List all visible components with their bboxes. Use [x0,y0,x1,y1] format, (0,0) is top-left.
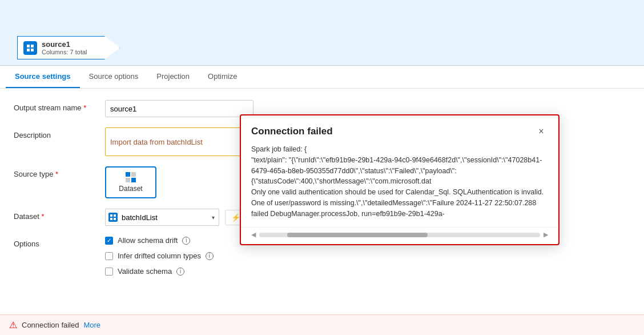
scroll-right-arrow[interactable]: ▶ [544,231,548,238]
modal-body[interactable]: Spark job failed: { "text/plain": "{\"ru… [241,144,558,227]
tab-source-options[interactable]: Source options [80,66,148,88]
source-columns: Columns: 7 total [42,49,87,55]
source-node[interactable]: source1 Columns: 7 total [17,36,120,59]
modal-header: Connection failed × [241,115,558,144]
modal-body-text: Spark job failed: { "text/plain": "{\"ru… [251,144,548,219]
svg-rect-2 [27,49,30,51]
main-content: Output stream name * Description Source … [0,89,644,335]
svg-rect-3 [31,49,34,51]
modal-overlay: Connection failed × Spark job failed: { … [0,89,644,335]
connection-failed-modal: Connection failed × Spark job failed: { … [240,114,560,245]
source-icon [23,41,37,55]
svg-rect-0 [27,45,30,47]
modal-horizontal-scrollbar[interactable]: ◀ ▶ [241,227,558,244]
tab-source-settings[interactable]: Source settings [6,66,80,88]
tab-optimize[interactable]: Optimize [199,66,246,88]
svg-rect-1 [31,45,34,47]
source-info: source1 Columns: 7 total [42,40,87,55]
horizontal-scroll-thumb[interactable] [287,233,428,237]
horizontal-scroll-track[interactable] [259,233,540,237]
scroll-left-arrow[interactable]: ◀ [251,231,256,238]
tabs-bar: Source settings Source options Projectio… [0,66,644,89]
modal-title: Connection failed [251,126,333,137]
tab-projection[interactable]: Projection [147,66,199,88]
top-area: source1 Columns: 7 total [0,0,644,66]
modal-close-button[interactable]: × [534,125,548,138]
source-title: source1 [42,40,87,49]
